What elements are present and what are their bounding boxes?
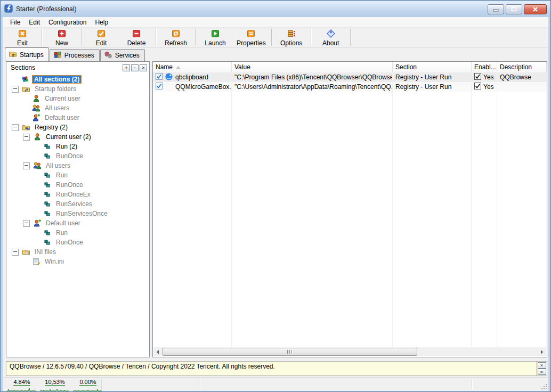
tree-expander-icon[interactable] [12,249,19,256]
tree-item[interactable]: All sections (2) [6,75,149,84]
properties-toolbar-button[interactable]: Properties [233,28,270,47]
tree-item[interactable]: Default user [6,218,149,228]
scroll-right-arrow-icon[interactable] [538,347,546,356]
table-row[interactable]: qbclipboard"C:\Program Files (x86)\Tence… [153,72,547,82]
tree-item[interactable]: Win.ini [6,257,149,266]
tab-services[interactable]: Services [100,49,145,61]
tree-item-label[interactable]: RunOnce [54,181,85,189]
tree-item-label[interactable]: All users [44,161,72,170]
table-row[interactable]: QQMicroGameBox..."C:\Users\Administrator… [153,82,547,92]
enabled-label: Yes [483,74,494,81]
tree-expander-icon[interactable] [23,162,30,169]
list-header: NameValueSectionEnabl...Description [153,62,547,73]
tree-item[interactable]: RunServicesOnce [6,209,149,218]
tree-item-label[interactable]: Run [54,228,69,237]
tree-item[interactable]: All users [6,103,149,113]
tree-item-label[interactable]: Win.ini [43,257,66,266]
tree-item-label[interactable]: RunOnceEx [54,190,92,199]
sections-collapse-all-button[interactable]: − [131,64,139,71]
menu-item-help[interactable]: Help [91,18,112,27]
refresh-toolbar-button[interactable]: Refresh [158,28,193,47]
scrollbar-thumb[interactable] [163,348,417,356]
tree-expander-icon[interactable] [23,220,30,227]
sections-panel: Sections +−× All sections (2)Startup fol… [6,61,150,357]
tree-item[interactable]: Default user [6,113,149,123]
info-bar-text: QQBrowse / 12.6.5709.40 / QQBrowse / Ten… [6,362,536,375]
column-header-name[interactable]: Name [153,62,232,72]
tree-item-label[interactable]: RunServicesOnce [54,209,109,218]
sections-expand-all-button[interactable]: + [123,64,130,71]
tree-item-label[interactable]: Default user [43,113,81,122]
tree-item-label[interactable]: INI files [33,248,58,256]
tab-startups[interactable]: Startups [5,47,49,61]
about-toolbar-button[interactable]: iAbout [313,28,349,47]
tree-item[interactable]: RunOnce [6,151,149,161]
info-close-button[interactable]: × [538,362,546,369]
toolbar-separator [311,29,312,46]
tree-item-label[interactable]: All sections (2) [32,75,82,84]
enabled-checkbox[interactable] [474,83,481,91]
column-header-enabl[interactable]: Enabl... [472,62,497,72]
row-checkbox[interactable] [156,73,163,81]
edit-toolbar-button[interactable]: Edit [84,28,119,47]
tree-expander-icon[interactable] [23,134,30,141]
column-header-label: Name [156,63,173,71]
usage-cell: 0.00% [73,379,103,392]
info-collapse-button[interactable]: = [538,369,546,375]
tree-item[interactable]: RunOnce [6,238,149,247]
tree-item-label[interactable]: RunOnce [54,152,85,160]
tree-item-label[interactable]: Current user (2) [44,133,93,141]
tree-item[interactable]: Current user (2) [6,132,149,142]
tree-item-label[interactable]: Run [54,171,69,179]
sections-close-button[interactable]: × [140,64,147,71]
delete-toolbar-button[interactable]: Delete [119,28,154,47]
tree-item-label[interactable]: RunServices [54,200,94,208]
options-toolbar-button[interactable]: Options [274,28,309,47]
enabled-checkbox[interactable] [474,73,481,81]
scroll-left-arrow-icon[interactable] [153,347,162,356]
tree-item-label[interactable]: Current user [43,94,82,103]
tree-item[interactable]: Run [6,170,149,180]
tree-item[interactable]: RunOnceEx [6,190,149,199]
menu-item-edit[interactable]: Edit [25,18,44,27]
column-header-value[interactable]: Value [232,62,393,72]
minimize-button[interactable] [488,4,504,14]
tree-item-label[interactable]: RunOnce [54,238,85,247]
column-header-label: Description [500,63,532,71]
horizontal-scrollbar[interactable] [153,347,546,356]
new-toolbar-button[interactable]: New [44,28,79,47]
column-header-description[interactable]: Description [497,62,547,72]
tree-item[interactable]: Current user [6,94,149,103]
tree-item[interactable]: Registry (2) [6,123,149,132]
tree-item-label[interactable]: Registry (2) [33,123,69,132]
resize-grip[interactable] [541,383,547,390]
tree-item-label[interactable]: Default user [44,219,82,227]
toolbar-button-label: About [322,40,339,47]
tree-item[interactable]: RunServices [6,199,149,209]
column-gridline [231,72,232,347]
tree-expander-icon[interactable] [12,86,19,93]
close-button[interactable] [524,4,547,14]
tree-item[interactable]: Run (2) [6,142,149,151]
launch-toolbar-button[interactable]: Launch [198,28,233,47]
title-bar[interactable]: Starter (Professional) [1,1,550,17]
toolbar-separator [81,29,82,46]
maximize-button[interactable] [506,4,522,14]
tree-item[interactable]: RunOnce [6,180,149,190]
menu-item-file[interactable]: File [6,18,25,27]
tree-item[interactable]: Run [6,228,149,238]
scrollbar-track[interactable] [162,347,538,356]
tree-item[interactable]: All users [6,161,149,170]
tree-item-label[interactable]: Startup folders [33,85,78,93]
tree-expander-icon[interactable] [12,124,19,131]
row-checkbox[interactable] [156,83,163,91]
info-bar: QQBrowse / 12.6.5709.40 / QQBrowse / Ten… [6,361,547,376]
tree-item[interactable]: Startup folders [6,84,149,94]
exit-toolbar-button[interactable]: Exit [5,28,40,47]
column-header-section[interactable]: Section [393,62,472,72]
tree-item-label[interactable]: All users [43,104,71,112]
menu-item-configuration[interactable]: Configuration [44,18,91,27]
tree-item-label[interactable]: Run (2) [54,142,79,151]
tab-processes[interactable]: Processes [50,49,100,61]
tree-item[interactable]: INI files [6,247,149,257]
